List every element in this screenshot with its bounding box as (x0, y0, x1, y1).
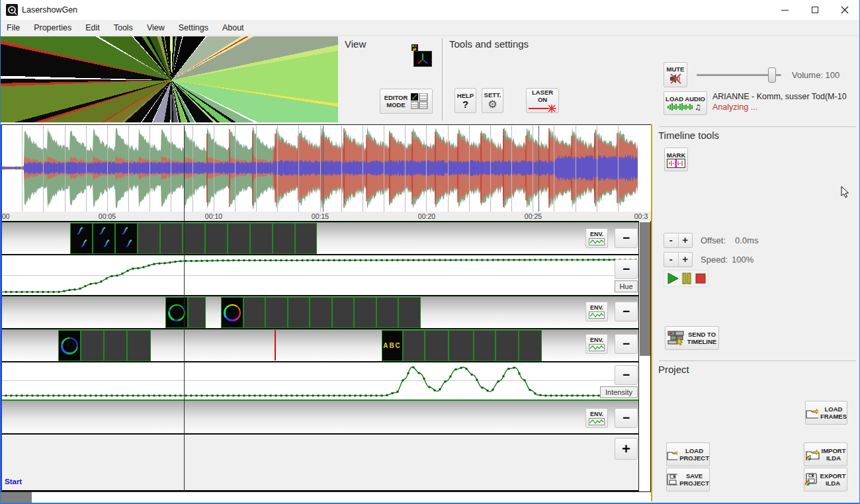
timeline-track-empty[interactable] (1, 435, 638, 490)
load-frames-button[interactable]: LOADFRAMES (805, 401, 847, 425)
volume-slider-handle[interactable] (768, 67, 776, 83)
grid-line (533, 126, 533, 212)
export-ilda-button[interactable]: EXPORTILDA (804, 468, 847, 491)
timeline-clip[interactable] (376, 297, 398, 328)
timeline-clip[interactable] (205, 223, 228, 254)
timeline-clip[interactable] (354, 297, 376, 328)
minimize-button[interactable] (770, 0, 800, 20)
menu-settings[interactable]: Settings (173, 23, 216, 32)
play-button[interactable] (666, 272, 679, 285)
projector-view-button[interactable] (413, 51, 432, 67)
track3-remove-button[interactable]: − (615, 334, 638, 354)
hue-envelope-label[interactable]: Hue (615, 280, 638, 292)
track3-envelope-button[interactable]: ENV. (585, 334, 608, 354)
help-button[interactable]: HELP ? (454, 88, 476, 113)
intensity-envelope-label[interactable]: Intensity (600, 386, 638, 398)
mute-button[interactable]: MUTE (664, 62, 687, 87)
vertical-scrollbar-thumb[interactable] (640, 222, 650, 356)
timeline-clip[interactable] (425, 330, 449, 361)
intensity-envelope-track[interactable] (1, 362, 638, 398)
menu-tools[interactable]: Tools (108, 23, 141, 32)
timeline-track-1[interactable] (1, 222, 638, 254)
menu-edit[interactable]: Edit (79, 23, 108, 32)
timeline-clip[interactable] (127, 330, 151, 361)
timeline-clip[interactable] (495, 330, 519, 361)
timeline-clip[interactable] (221, 297, 243, 328)
timeline-clip[interactable] (295, 223, 317, 254)
track4-remove-button[interactable]: − (615, 408, 638, 428)
import-ilda-button[interactable]: IMPORTILDA (804, 442, 847, 466)
grid-line (554, 126, 554, 212)
intensity-track-remove-button[interactable]: − (615, 365, 638, 385)
pause-button[interactable] (681, 272, 691, 285)
timeline-clip[interactable] (449, 330, 474, 361)
load-audio-button[interactable]: LOAD AUDIO ♫ (664, 91, 707, 115)
timeline-clip[interactable] (183, 223, 205, 254)
maximize-button[interactable] (800, 0, 830, 20)
offset-decrement-button[interactable]: - (664, 233, 679, 247)
timeline-clip[interactable] (188, 297, 206, 328)
add-track-button[interactable]: + (615, 438, 638, 460)
track1-remove-button[interactable]: − (615, 228, 638, 248)
open-folder-icon (667, 449, 677, 460)
menu-about[interactable]: About (216, 23, 252, 32)
timeline-clip[interactable] (138, 223, 160, 254)
timeline-clip[interactable] (310, 297, 332, 328)
menu-view[interactable]: View (141, 23, 173, 32)
timeline-clip[interactable] (228, 223, 250, 254)
timeline-clip[interactable] (115, 223, 138, 254)
settings-button[interactable]: SETT. ⚙ (482, 88, 503, 113)
timeline-clip[interactable] (265, 297, 288, 328)
track2-envelope-button[interactable]: ENV. (585, 302, 608, 321)
intensity-envelope-curve[interactable] (1, 362, 638, 398)
menu-properties[interactable]: Properties (28, 23, 79, 32)
menu-file[interactable]: File (1, 23, 28, 32)
laser-on-button[interactable]: LASER ON (526, 88, 559, 113)
audio-waveform-panel[interactable] (1, 124, 652, 212)
editor-mode-button[interactable]: EDITORMODE (380, 89, 433, 114)
timeline-clip[interactable] (288, 297, 310, 328)
timeline-clip[interactable] (93, 223, 115, 254)
timeline-clip[interactable] (104, 330, 127, 361)
track4-envelope-button[interactable]: ENV. (585, 408, 608, 428)
mark-button[interactable]: MARK (664, 147, 688, 171)
offset-increment-button[interactable]: + (679, 233, 693, 247)
hue-envelope-track[interactable] (1, 255, 638, 295)
save-project-button[interactable]: SAVEPROJECT (666, 468, 710, 491)
timeline-clip[interactable] (332, 297, 354, 328)
track1-envelope-button[interactable]: ENV. (585, 228, 608, 248)
timeline-clip[interactable] (81, 330, 104, 361)
speed-increment-button[interactable]: + (679, 253, 693, 267)
timeline-clip[interactable] (519, 330, 542, 361)
load-project-button[interactable]: LOADPROJECT (666, 442, 710, 466)
timeline-clip[interactable] (58, 330, 81, 361)
send-to-timeline-button[interactable]: SEND TOTIMELINE (665, 326, 719, 350)
timeline-clip[interactable] (160, 223, 183, 254)
timeline-clip[interactable] (250, 223, 273, 254)
grid-line (320, 126, 321, 212)
timeline-track-3[interactable]: ABC (1, 329, 638, 361)
s-curve-icon (117, 226, 136, 252)
timeline-clip[interactable] (70, 223, 93, 254)
track2-remove-button[interactable]: − (615, 302, 638, 321)
timeline-clip[interactable] (403, 330, 425, 361)
hue-envelope-curve[interactable] (1, 255, 638, 295)
timeline-clip[interactable] (474, 330, 495, 361)
horizontal-scrollbar-thumb[interactable] (1, 492, 32, 503)
timeline-clip[interactable] (398, 297, 421, 328)
grid-line (128, 126, 129, 212)
horizontal-scrollbar[interactable] (1, 491, 651, 503)
ruler-label: 00 (2, 212, 10, 220)
close-button[interactable] (830, 0, 859, 20)
envelope-icon (589, 238, 605, 245)
envelope-icon (589, 344, 605, 351)
hue-track-remove-button[interactable]: − (615, 259, 638, 279)
timeline-clip[interactable] (243, 297, 265, 328)
stop-button[interactable] (695, 273, 706, 284)
time-ruler[interactable]: 0000:0500:1000:1500:2000:2500:3 (1, 212, 652, 221)
timeline-clip[interactable] (273, 223, 295, 254)
timeline-clip[interactable]: ABC (382, 330, 403, 361)
timeline-track-4[interactable] (1, 399, 638, 433)
timeline-track-2[interactable] (1, 296, 638, 328)
speed-decrement-button[interactable]: - (664, 253, 679, 267)
